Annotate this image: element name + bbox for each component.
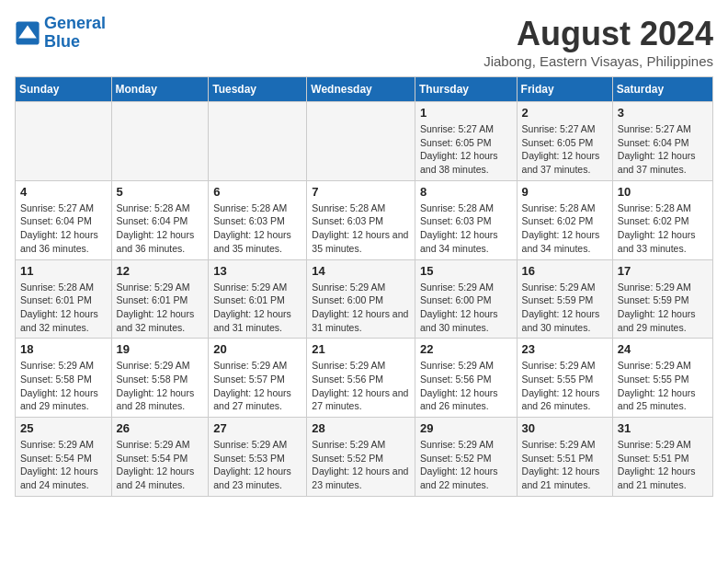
day-number: 18 xyxy=(20,342,107,356)
day-info: Sunrise: 5:28 AM Sunset: 6:03 PM Dayligh… xyxy=(213,201,301,256)
day-info: Sunrise: 5:29 AM Sunset: 6:01 PM Dayligh… xyxy=(117,281,204,335)
column-header-tuesday: Tuesday xyxy=(209,77,307,102)
day-number: 19 xyxy=(117,342,204,356)
day-info: Sunrise: 5:29 AM Sunset: 5:59 PM Dayligh… xyxy=(522,281,608,335)
day-info: Sunrise: 5:29 AM Sunset: 5:57 PM Dayligh… xyxy=(213,359,301,413)
day-info: Sunrise: 5:27 AM Sunset: 6:05 PM Dayligh… xyxy=(420,122,512,177)
day-info: Sunrise: 5:29 AM Sunset: 5:51 PM Dayligh… xyxy=(618,438,708,492)
column-header-saturday: Saturday xyxy=(612,77,712,102)
calendar-cell: 16Sunrise: 5:29 AM Sunset: 5:59 PM Dayli… xyxy=(517,259,612,339)
day-info: Sunrise: 5:29 AM Sunset: 5:52 PM Dayligh… xyxy=(312,438,410,492)
day-info: Sunrise: 5:28 AM Sunset: 6:03 PM Dayligh… xyxy=(312,201,410,256)
day-info: Sunrise: 5:29 AM Sunset: 5:53 PM Dayligh… xyxy=(213,438,301,492)
day-info: Sunrise: 5:28 AM Sunset: 6:02 PM Dayligh… xyxy=(618,201,708,256)
day-number: 16 xyxy=(522,264,608,278)
day-info: Sunrise: 5:28 AM Sunset: 6:03 PM Dayligh… xyxy=(420,201,512,256)
subtitle: Jiabong, Eastern Visayas, Philippines xyxy=(483,53,713,69)
day-info: Sunrise: 5:29 AM Sunset: 6:00 PM Dayligh… xyxy=(420,281,512,335)
day-number: 8 xyxy=(420,185,512,199)
calendar-cell: 3Sunrise: 5:27 AM Sunset: 6:04 PM Daylig… xyxy=(612,102,712,181)
logo: General Blue xyxy=(15,15,106,52)
calendar-cell: 6Sunrise: 5:28 AM Sunset: 6:03 PM Daylig… xyxy=(209,180,307,259)
day-number: 29 xyxy=(420,421,512,435)
column-header-monday: Monday xyxy=(111,77,209,102)
calendar-cell: 14Sunrise: 5:29 AM Sunset: 6:00 PM Dayli… xyxy=(307,259,415,339)
calendar-cell: 12Sunrise: 5:29 AM Sunset: 6:01 PM Dayli… xyxy=(111,259,209,339)
calendar-cell: 19Sunrise: 5:29 AM Sunset: 5:58 PM Dayli… xyxy=(111,339,209,418)
calendar-cell: 29Sunrise: 5:29 AM Sunset: 5:52 PM Dayli… xyxy=(415,418,517,497)
calendar-cell: 20Sunrise: 5:29 AM Sunset: 5:57 PM Dayli… xyxy=(209,339,307,418)
day-number: 9 xyxy=(522,185,608,199)
day-info: Sunrise: 5:29 AM Sunset: 5:54 PM Dayligh… xyxy=(117,438,204,492)
day-number: 22 xyxy=(420,342,512,356)
calendar-cell: 4Sunrise: 5:27 AM Sunset: 6:04 PM Daylig… xyxy=(16,180,112,259)
calendar-cell: 8Sunrise: 5:28 AM Sunset: 6:03 PM Daylig… xyxy=(415,180,517,259)
main-title: August 2024 xyxy=(483,15,713,53)
day-number: 30 xyxy=(522,421,608,435)
day-number: 24 xyxy=(618,342,708,356)
day-number: 31 xyxy=(618,421,708,435)
day-number: 11 xyxy=(20,264,107,278)
calendar-cell: 24Sunrise: 5:29 AM Sunset: 5:55 PM Dayli… xyxy=(612,339,712,418)
day-number: 20 xyxy=(213,342,301,356)
calendar-cell: 23Sunrise: 5:29 AM Sunset: 5:55 PM Dayli… xyxy=(517,339,612,418)
column-header-friday: Friday xyxy=(517,77,612,102)
calendar-table: SundayMondayTuesdayWednesdayThursdayFrid… xyxy=(15,76,713,497)
calendar-cell xyxy=(16,102,112,181)
day-info: Sunrise: 5:29 AM Sunset: 5:59 PM Dayligh… xyxy=(618,281,708,335)
calendar-cell: 1Sunrise: 5:27 AM Sunset: 6:05 PM Daylig… xyxy=(415,102,517,181)
calendar-cell xyxy=(307,102,415,181)
calendar-cell: 27Sunrise: 5:29 AM Sunset: 5:53 PM Dayli… xyxy=(209,418,307,497)
column-header-sunday: Sunday xyxy=(16,77,112,102)
day-number: 21 xyxy=(312,342,410,356)
day-info: Sunrise: 5:28 AM Sunset: 6:01 PM Dayligh… xyxy=(20,281,107,335)
day-number: 23 xyxy=(522,342,608,356)
day-number: 25 xyxy=(20,421,107,435)
calendar-cell: 26Sunrise: 5:29 AM Sunset: 5:54 PM Dayli… xyxy=(111,418,209,497)
day-number: 2 xyxy=(522,106,608,120)
column-header-thursday: Thursday xyxy=(415,77,517,102)
calendar-cell: 11Sunrise: 5:28 AM Sunset: 6:01 PM Dayli… xyxy=(16,259,112,339)
calendar-cell: 22Sunrise: 5:29 AM Sunset: 5:56 PM Dayli… xyxy=(415,339,517,418)
day-info: Sunrise: 5:27 AM Sunset: 6:04 PM Dayligh… xyxy=(618,122,708,177)
day-number: 3 xyxy=(618,106,708,120)
day-info: Sunrise: 5:29 AM Sunset: 5:51 PM Dayligh… xyxy=(522,438,608,492)
day-info: Sunrise: 5:27 AM Sunset: 6:05 PM Dayligh… xyxy=(522,122,608,177)
header: General Blue August 2024 Jiabong, Easter… xyxy=(15,15,713,69)
calendar-cell: 2Sunrise: 5:27 AM Sunset: 6:05 PM Daylig… xyxy=(517,102,612,181)
column-header-wednesday: Wednesday xyxy=(307,77,415,102)
calendar-cell: 31Sunrise: 5:29 AM Sunset: 5:51 PM Dayli… xyxy=(612,418,712,497)
day-number: 1 xyxy=(420,106,512,120)
calendar-cell: 21Sunrise: 5:29 AM Sunset: 5:56 PM Dayli… xyxy=(307,339,415,418)
calendar-cell: 7Sunrise: 5:28 AM Sunset: 6:03 PM Daylig… xyxy=(307,180,415,259)
day-number: 4 xyxy=(20,185,107,199)
day-number: 15 xyxy=(420,264,512,278)
day-number: 27 xyxy=(213,421,301,435)
day-number: 28 xyxy=(312,421,410,435)
day-info: Sunrise: 5:29 AM Sunset: 5:58 PM Dayligh… xyxy=(117,359,204,413)
day-info: Sunrise: 5:29 AM Sunset: 6:01 PM Dayligh… xyxy=(213,281,301,335)
day-number: 13 xyxy=(213,264,301,278)
day-number: 14 xyxy=(312,264,410,278)
logo-icon xyxy=(15,20,40,46)
day-number: 6 xyxy=(213,185,301,199)
day-info: Sunrise: 5:29 AM Sunset: 5:56 PM Dayligh… xyxy=(420,359,512,413)
logo-text: General Blue xyxy=(44,15,106,52)
day-info: Sunrise: 5:28 AM Sunset: 6:02 PM Dayligh… xyxy=(522,201,608,256)
calendar-cell: 30Sunrise: 5:29 AM Sunset: 5:51 PM Dayli… xyxy=(517,418,612,497)
calendar-cell xyxy=(111,102,209,181)
day-info: Sunrise: 5:27 AM Sunset: 6:04 PM Dayligh… xyxy=(20,201,107,256)
day-info: Sunrise: 5:29 AM Sunset: 5:54 PM Dayligh… xyxy=(20,438,107,492)
day-info: Sunrise: 5:29 AM Sunset: 5:55 PM Dayligh… xyxy=(618,359,708,413)
day-number: 12 xyxy=(117,264,204,278)
day-number: 10 xyxy=(618,185,708,199)
day-info: Sunrise: 5:29 AM Sunset: 5:52 PM Dayligh… xyxy=(420,438,512,492)
calendar-cell: 17Sunrise: 5:29 AM Sunset: 5:59 PM Dayli… xyxy=(612,259,712,339)
day-info: Sunrise: 5:29 AM Sunset: 5:56 PM Dayligh… xyxy=(312,359,410,413)
calendar-cell: 13Sunrise: 5:29 AM Sunset: 6:01 PM Dayli… xyxy=(209,259,307,339)
day-info: Sunrise: 5:29 AM Sunset: 5:58 PM Dayligh… xyxy=(20,359,107,413)
calendar-cell: 5Sunrise: 5:28 AM Sunset: 6:04 PM Daylig… xyxy=(111,180,209,259)
calendar-cell: 15Sunrise: 5:29 AM Sunset: 6:00 PM Dayli… xyxy=(415,259,517,339)
day-info: Sunrise: 5:29 AM Sunset: 5:55 PM Dayligh… xyxy=(522,359,608,413)
calendar-cell: 28Sunrise: 5:29 AM Sunset: 5:52 PM Dayli… xyxy=(307,418,415,497)
